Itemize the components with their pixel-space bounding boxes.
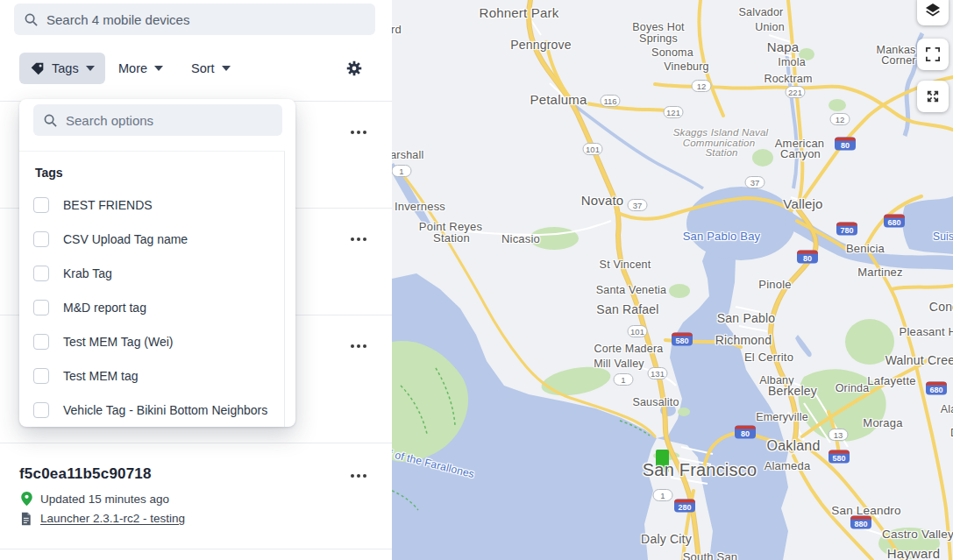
- gear-icon: [345, 59, 364, 78]
- tags-section-title: Tags: [35, 166, 284, 180]
- tag-icon: [30, 61, 45, 76]
- device-search[interactable]: [14, 4, 375, 35]
- row-divider: [0, 443, 392, 443]
- tags-filter-dropdown: Tags BEST FRIENDSCSV Upload Tag nameKrab…: [19, 99, 295, 427]
- checkbox[interactable]: [33, 300, 49, 315]
- map-fullscreen-button[interactable]: [917, 39, 949, 70]
- document-icon: [20, 512, 32, 526]
- tags-filter-label: Tags: [52, 61, 79, 75]
- device-name: f5c0ea11b5c90718: [19, 465, 152, 483]
- sort-button[interactable]: Sort: [182, 53, 239, 84]
- device-row-menu-button[interactable]: [347, 127, 370, 138]
- search-icon: [44, 114, 57, 127]
- location-pin-icon: [20, 491, 33, 507]
- search-icon: [25, 13, 38, 26]
- tag-option[interactable]: CSV Upload Tag name: [19, 222, 284, 256]
- tag-option-label: Test MEM tag: [63, 369, 139, 383]
- tag-option[interactable]: Test MEM Tag (Wei): [19, 324, 284, 358]
- fullscreen-icon: [926, 47, 940, 61]
- tag-option-label: BEST FRIENDS: [63, 198, 153, 212]
- checkbox[interactable]: [33, 197, 49, 213]
- map-base-layer: [392, 0, 953, 560]
- more-filter-label: More: [118, 61, 147, 75]
- layers-icon: [925, 3, 941, 18]
- device-row-menu-button[interactable]: [347, 471, 370, 481]
- device-list-panel: Tags More Sort: [0, 0, 392, 560]
- settings-button[interactable]: [343, 58, 366, 81]
- sort-label: Sort: [191, 61, 215, 75]
- chevron-down-icon: [154, 66, 163, 71]
- tags-filter-button[interactable]: Tags: [19, 53, 105, 84]
- checkbox[interactable]: [33, 334, 49, 350]
- more-filter-button[interactable]: More: [110, 53, 172, 84]
- device-map-app: Rohnert ParkrdPenngroveBoyes HotSpringsS…: [0, 0, 953, 560]
- expand-arrows-icon: [926, 89, 940, 103]
- checkbox[interactable]: [33, 231, 49, 247]
- device-location-marker[interactable]: [656, 450, 669, 472]
- tag-option[interactable]: BEST FRIENDS: [19, 188, 284, 222]
- options-search[interactable]: [33, 104, 282, 136]
- map-expand-button[interactable]: [917, 81, 949, 112]
- row-divider: [0, 549, 392, 549]
- chevron-down-icon: [222, 66, 231, 71]
- tag-option[interactable]: Test MEM tag: [19, 358, 284, 393]
- toolbar: Tags More Sort: [0, 53, 392, 84]
- checkbox[interactable]: [33, 368, 49, 384]
- device-launcher-link[interactable]: Launcher 2.3.1-rc2 - testing: [40, 512, 185, 525]
- tag-option[interactable]: Vehicle Tag - Bikini Bottom Neighbors: [19, 393, 284, 427]
- device-updated-text: Updated 15 minutes ago: [40, 493, 169, 506]
- tag-option-label: Test MEM Tag (Wei): [63, 335, 174, 349]
- device-row-menu-button[interactable]: [347, 234, 370, 245]
- tag-option-label: Krab Tag: [63, 266, 112, 280]
- checkbox[interactable]: [33, 402, 49, 418]
- tag-option[interactable]: Krab Tag: [19, 256, 284, 290]
- device-search-input[interactable]: [46, 12, 365, 27]
- tag-option-label: Vehicle Tag - Bikini Bottom Neighbors: [63, 403, 267, 417]
- map[interactable]: Rohnert ParkrdPenngroveBoyes HotSpringsS…: [392, 0, 953, 560]
- tag-option[interactable]: M&D report tag: [19, 290, 284, 324]
- device-row-menu-button[interactable]: [347, 341, 370, 351]
- tag-option-label: M&D report tag: [63, 301, 146, 315]
- tag-options-list: Tags BEST FRIENDSCSV Upload Tag nameKrab…: [19, 151, 285, 427]
- checkbox[interactable]: [33, 266, 49, 281]
- map-layers-button[interactable]: [917, 0, 949, 25]
- options-search-input[interactable]: [66, 113, 272, 128]
- chevron-down-icon: [86, 66, 95, 71]
- tag-option-label: CSV Upload Tag name: [63, 232, 188, 246]
